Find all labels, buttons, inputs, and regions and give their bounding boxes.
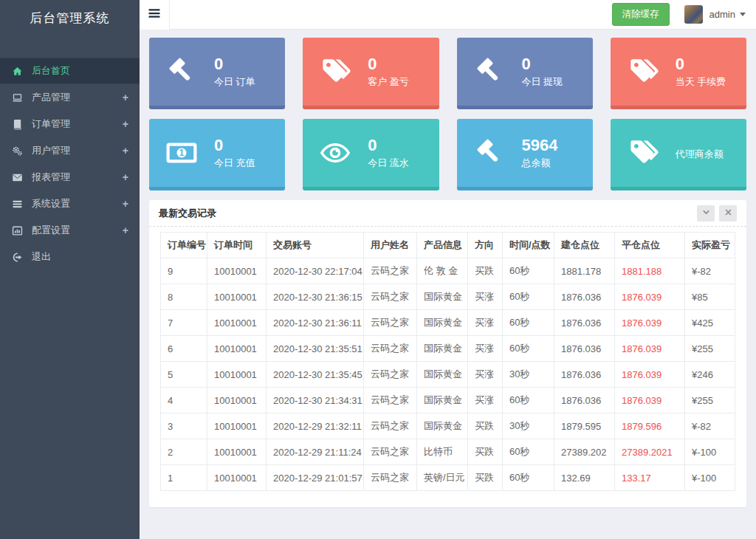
sidebar-nav: 后台首页产品管理+订单管理+用户管理+报表管理+系统设置+配置设置+退出 xyxy=(0,58,140,270)
clear-cache-button[interactable]: 清除缓存 xyxy=(612,3,670,26)
stat-card[interactable]: 10今日 充值 xyxy=(149,119,285,190)
panel-tools xyxy=(697,205,737,222)
sidebar-item-list[interactable]: 系统设置+ xyxy=(0,190,140,217)
table-cell: 1876.039 xyxy=(615,284,685,310)
table-cell: 国际黄金 xyxy=(417,310,468,336)
sidebar-item-home[interactable]: 后台首页 xyxy=(0,58,140,84)
table-cell: 10010001 xyxy=(207,439,267,465)
table-cell: ¥85 xyxy=(685,284,735,310)
column-header: 方向 xyxy=(468,233,503,258)
avatar[interactable] xyxy=(684,5,703,24)
table-cell: ¥255 xyxy=(685,336,735,362)
username-label: admin xyxy=(709,9,735,20)
close-panel-button[interactable] xyxy=(719,205,737,222)
column-header: 实际盈亏 xyxy=(685,233,735,258)
sidebar-item-book[interactable]: 订单管理+ xyxy=(0,111,140,137)
sidebar-item-laptop[interactable]: 产品管理+ xyxy=(0,84,140,111)
table-cell: 1876.036 xyxy=(554,336,615,362)
column-header: 订单时间 xyxy=(207,233,267,258)
column-header: 时间/点数 xyxy=(503,233,554,258)
stat-label: 今日 流水 xyxy=(368,157,409,170)
envelope-icon xyxy=(11,171,24,184)
table-cell: 1876.036 xyxy=(554,362,615,388)
table-cell: 国际黄金 xyxy=(417,362,468,388)
table-cell: 云码之家 xyxy=(364,388,417,413)
table-cell: 60秒 xyxy=(503,465,554,491)
stat-value: 0 xyxy=(214,55,255,73)
trades-table: 订单编号订单时间交易账号用户姓名产品信息方向时间/点数建仓点位平仓点位实际盈亏 … xyxy=(160,232,735,491)
stat-card-text: 0今日 订单 xyxy=(214,55,255,89)
table-cell: 云码之家 xyxy=(364,465,417,491)
table-cell: 2020-12-30 21:36:15 xyxy=(267,284,364,310)
table-cell: 132.69 xyxy=(554,465,615,491)
stat-card[interactable]: 0今日 提现 xyxy=(457,38,593,109)
stat-card[interactable]: 0今日 流水 xyxy=(303,119,439,190)
stat-value: 5964 xyxy=(522,136,558,154)
table-cell: 60秒 xyxy=(503,336,554,362)
table-cell: 60秒 xyxy=(503,258,554,284)
table-cell: 买涨 xyxy=(468,310,503,336)
table-cell: 27389.2021 xyxy=(615,439,685,465)
table-cell: 8 xyxy=(161,284,207,310)
stat-card-text: 0客户 盈亏 xyxy=(368,55,409,89)
column-header: 建仓点位 xyxy=(554,233,615,258)
table-body: 9100100012020-12-30 22:17:04云码之家伦 敦 金买跌6… xyxy=(161,258,735,491)
table-cell: 买跌 xyxy=(468,465,503,491)
table-cell: 国际黄金 xyxy=(417,284,468,310)
table-cell: 10010001 xyxy=(207,336,267,362)
chevron-down-icon xyxy=(702,207,710,219)
table-cell: 1876.036 xyxy=(554,388,615,413)
table-cell: 10010001 xyxy=(207,284,267,310)
table-row: 2100100012020-12-29 21:11:24云码之家比特币买跌60秒… xyxy=(161,439,735,465)
table-cell: 10010001 xyxy=(207,465,267,491)
stat-card-text: 0今日 提现 xyxy=(522,55,563,89)
plus-icon: + xyxy=(123,118,128,130)
stat-card[interactable]: 代理商余额 xyxy=(611,119,746,190)
menu-icon xyxy=(147,6,162,24)
table-header-row: 订单编号订单时间交易账号用户姓名产品信息方向时间/点数建仓点位平仓点位实际盈亏 xyxy=(161,233,735,258)
table-row: 5100100012020-12-30 21:35:45云码之家国际黄金买涨30… xyxy=(161,362,735,388)
table-cell: 30秒 xyxy=(503,362,554,388)
stat-card[interactable]: 0客户 盈亏 xyxy=(303,38,439,109)
tags-icon xyxy=(303,56,368,87)
stat-label: 今日 充值 xyxy=(214,157,255,170)
plus-icon: + xyxy=(123,145,128,157)
table-cell: 60秒 xyxy=(503,284,554,310)
stat-card-text: 5964总余额 xyxy=(522,136,558,170)
table-cell: 10010001 xyxy=(207,388,267,413)
table-cell: 买涨 xyxy=(468,336,503,362)
stat-value: 0 xyxy=(676,55,726,73)
laptop-icon xyxy=(11,92,24,104)
sidebar-item-chart[interactable]: 配置设置+ xyxy=(0,217,140,244)
table-cell: 云码之家 xyxy=(364,413,417,439)
table-cell: 133.17 xyxy=(615,465,685,491)
gavel-icon xyxy=(457,137,522,168)
stat-card[interactable]: 5964总余额 xyxy=(457,119,593,190)
book-icon xyxy=(11,118,24,131)
stat-value: 0 xyxy=(368,136,409,154)
caret-down-icon xyxy=(740,13,746,16)
table-cell: 10010001 xyxy=(207,258,267,284)
panel-header: 最新交易记录 xyxy=(149,200,746,227)
sidebar-item-cogs[interactable]: 用户管理+ xyxy=(0,137,140,164)
table-cell: 2020-12-30 22:17:04 xyxy=(267,258,364,284)
app-title: 后台管理系统 xyxy=(0,0,140,34)
menu-toggle-button[interactable] xyxy=(140,0,170,30)
stat-label: 代理商余额 xyxy=(676,148,724,161)
table-cell: ¥-100 xyxy=(685,465,735,491)
table-cell: 6 xyxy=(161,336,207,362)
signout-icon xyxy=(11,251,24,264)
table-cell: 2020-12-30 21:35:51 xyxy=(267,336,364,362)
column-header: 产品信息 xyxy=(417,233,468,258)
table-cell: 云码之家 xyxy=(364,336,417,362)
sidebar-item-envelope[interactable]: 报表管理+ xyxy=(0,164,140,190)
list-icon xyxy=(11,198,24,210)
table-cell: 2020-12-30 21:36:11 xyxy=(267,310,364,336)
collapse-panel-button[interactable] xyxy=(697,205,715,222)
stat-card[interactable]: 0今日 订单 xyxy=(149,38,285,109)
sidebar-item-label: 订单管理 xyxy=(32,117,123,131)
user-menu[interactable]: admin xyxy=(709,9,746,20)
sidebar-item-signout[interactable]: 退出 xyxy=(0,244,140,270)
stat-card[interactable]: 0当天 手续费 xyxy=(611,38,746,109)
column-header: 订单编号 xyxy=(161,233,207,258)
